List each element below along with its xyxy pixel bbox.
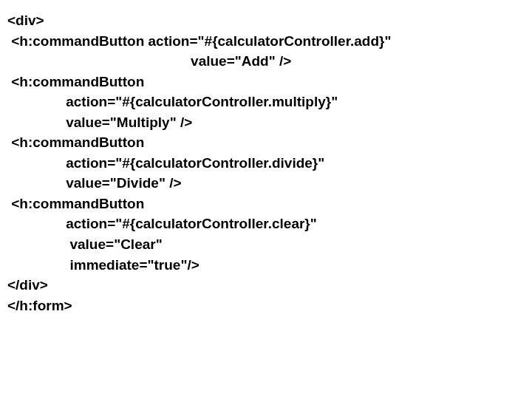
code-line: action="#{calculatorController.clear}"	[7, 214, 525, 234]
code-line: action="#{calculatorController.multiply}…	[7, 92, 525, 112]
code-line: <h:commandButton	[7, 72, 525, 92]
code-line: <h:commandButton action="#{calculatorCon…	[7, 31, 525, 52]
code-line: <div>	[7, 10, 525, 31]
code-line: <h:commandButton	[7, 132, 525, 153]
code-line: <h:commandButton	[7, 194, 525, 214]
code-line: value="Divide" />	[7, 173, 525, 194]
code-line: </h:form>	[7, 296, 525, 316]
code-line: immediate="true"/>	[7, 255, 525, 276]
code-line: </div>	[7, 275, 525, 296]
code-line: action="#{calculatorController.divide}"	[7, 153, 525, 174]
code-line: value="Add" />	[7, 51, 525, 72]
code-line: value="Clear"	[7, 234, 525, 255]
code-line: value="Multiply" />	[7, 112, 525, 133]
